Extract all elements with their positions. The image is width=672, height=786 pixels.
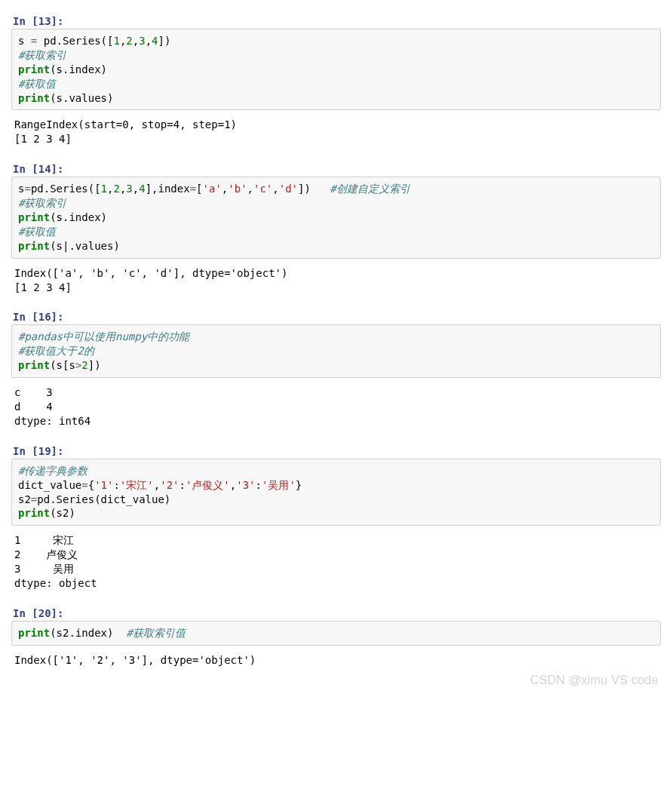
code-token: = [190,183,196,195]
code-token: '宋江' [120,479,154,491]
code-token: (s[s [50,359,75,371]
code-token: (s2.index) [50,627,126,639]
code-token: 3 [126,183,132,195]
code-token: : [113,479,119,491]
code-token: } [296,479,302,491]
code-token: print [18,211,50,223]
code-token: #获取值 [18,226,56,238]
code-token: 'c' [253,183,272,195]
code-token: '卢俊义' [186,479,230,491]
code-token: 3 [139,35,145,47]
code-token: = [81,479,87,491]
input-prompt: In [14]: [13,163,661,175]
code-token: #获取值大于2的 [18,345,94,357]
code-token: (s.index) [50,211,107,223]
code-input[interactable]: print(s2.index) #获取索引值 [11,621,661,646]
code-token: : [256,479,262,491]
code-token: , [247,183,253,195]
code-token: print [18,627,50,639]
code-token: , [230,479,236,491]
code-token: #获取值 [18,78,56,90]
code-token: '3' [236,479,255,491]
code-token: #创建自定义索引 [330,183,410,195]
code-token: 4 [152,35,158,47]
code-token: = [24,183,30,195]
code-token: #获取索引值 [126,627,185,639]
code-token: pd.Series(dict_value) [37,493,170,505]
code-token: 'a' [203,183,222,195]
notebook-cell: In [14]:s=pd.Series([1,2,3,4],index=['a'… [11,163,661,296]
code-token: (s|.values) [50,240,120,252]
code-token: [ [196,183,202,195]
code-token: print [18,63,50,75]
code-token: print [18,240,50,252]
code-token: 2 [113,183,119,195]
code-token: 'd' [279,183,298,195]
code-input[interactable]: #传递字典参数 dict_value={'1':'宋江','2':'卢俊义','… [11,459,661,527]
code-token: , [154,479,160,491]
code-token: 1 [113,35,119,47]
code-token: (s.index) [50,63,107,75]
code-token: '2' [160,479,179,491]
code-input[interactable]: s=pd.Series([1,2,3,4],index=['a','b','c'… [11,177,661,258]
cell-output: c 3 d 4 dtype: int64 [11,378,661,430]
code-token: : [180,479,186,491]
code-token: print [18,92,50,104]
code-token: #传递字典参数 [18,465,87,477]
code-token: { [88,479,94,491]
code-token: 2 [126,35,132,47]
code-input[interactable]: s = pd.Series([1,2,3,4]) #获取索引 print(s.i… [11,29,661,110]
cell-output: 1 宋江 2 卢俊义 3 吴用 dtype: object [11,526,661,592]
notebook-cell: In [19]:#传递字典参数 dict_value={'1':'宋江','2'… [11,445,661,592]
input-prompt: In [19]: [13,445,661,457]
notebook-cell: In [13]:s = pd.Series([1,2,3,4]) #获取索引 p… [11,15,661,148]
notebook-cell: In [20]:print(s2.index) #获取索引值Index(['1'… [11,607,661,669]
code-token: s2 [18,493,31,505]
code-token: '1' [94,479,113,491]
code-token: 1 [101,183,107,195]
code-token: #pandas中可以使用numpy中的功能 [18,330,189,342]
code-token: print [18,359,50,371]
code-token: , [146,35,152,47]
code-token: ]) [298,183,330,195]
code-token: pd.Series([ [31,183,101,195]
code-token: '吴用' [262,479,296,491]
code-token: (s2) [50,507,75,519]
code-token: , [272,183,278,195]
code-token: , [133,35,139,47]
code-token: s [18,35,31,47]
code-token: , [133,183,139,195]
input-prompt: In [13]: [13,15,661,27]
code-token: #获取索引 [18,197,66,209]
notebook-container: In [13]:s = pd.Series([1,2,3,4]) #获取索引 p… [0,15,672,692]
code-token: 2 [81,359,87,371]
input-prompt: In [20]: [13,607,661,619]
code-token: ],index [146,183,190,195]
code-token: print [18,507,50,519]
cell-output: RangeIndex(start=0, stop=4, step=1) [1 2… [11,110,661,148]
code-token: (s.values) [50,92,113,104]
code-input[interactable]: #pandas中可以使用numpy中的功能 #获取值大于2的 print(s[s… [11,324,661,378]
code-token: dict_value [18,479,81,491]
code-token: 4 [139,183,145,195]
code-token: ]) [158,35,171,47]
notebook-cell: In [16]:#pandas中可以使用numpy中的功能 #获取值大于2的 p… [11,311,661,429]
code-token: #获取索引 [18,49,66,61]
input-prompt: In [16]: [13,311,661,323]
code-token: ]) [88,359,101,371]
code-token: pd.Series([ [37,35,113,47]
cell-output: Index(['1', '2', '3'], dtype='object') [11,646,661,669]
code-token: 'b' [228,183,247,195]
cell-output: Index(['a', 'b', 'c', 'd'], dtype='objec… [11,259,661,296]
